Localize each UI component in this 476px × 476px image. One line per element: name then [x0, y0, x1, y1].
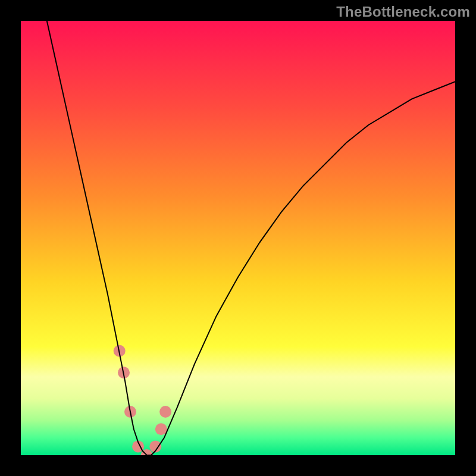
plot-area: [21, 21, 455, 455]
gradient-background: [21, 21, 455, 455]
highlight-marker: [159, 406, 171, 418]
chart-frame: TheBottleneck.com: [0, 0, 476, 476]
watermark-text: TheBottleneck.com: [336, 4, 470, 20]
highlight-marker: [155, 423, 167, 435]
chart-svg: [21, 21, 455, 455]
